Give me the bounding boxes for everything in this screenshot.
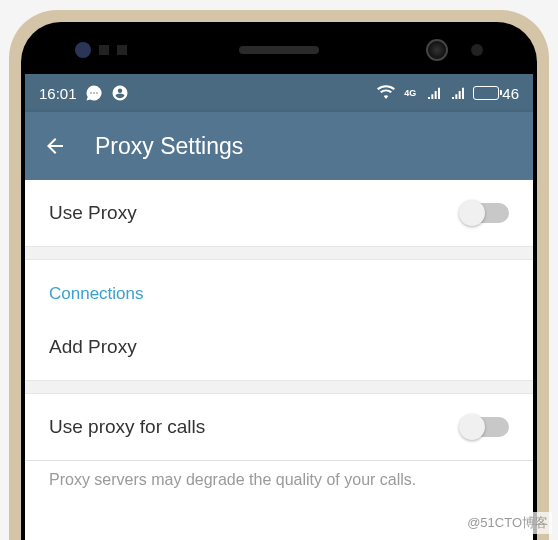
wifi-icon bbox=[377, 84, 395, 102]
signal-bars-icon bbox=[449, 84, 467, 102]
back-button[interactable] bbox=[43, 134, 67, 158]
section-divider bbox=[25, 380, 533, 394]
battery-level: 46 bbox=[502, 85, 519, 102]
speaker-grille bbox=[239, 46, 319, 54]
use-proxy-calls-row[interactable]: Use proxy for calls bbox=[25, 394, 533, 460]
connections-header: Connections bbox=[25, 260, 533, 314]
signal-bars-icon bbox=[425, 84, 443, 102]
add-proxy-label: Add Proxy bbox=[49, 336, 137, 358]
page-title: Proxy Settings bbox=[95, 133, 243, 160]
use-proxy-calls-toggle[interactable] bbox=[461, 417, 509, 437]
use-proxy-row[interactable]: Use Proxy bbox=[25, 180, 533, 246]
phone-frame: 16:01 4G bbox=[9, 10, 549, 540]
screen: 16:01 4G bbox=[25, 74, 533, 540]
settings-content: Use Proxy Connections Add Proxy Use prox… bbox=[25, 180, 533, 513]
sensor-icon bbox=[75, 42, 91, 58]
front-camera-icon bbox=[426, 39, 448, 61]
signal-4g-icon: 4G bbox=[401, 84, 419, 102]
add-proxy-row[interactable]: Add Proxy bbox=[25, 314, 533, 380]
phone-hardware-top bbox=[25, 26, 533, 74]
section-divider bbox=[25, 246, 533, 260]
sensor-icon bbox=[99, 45, 109, 55]
use-proxy-toggle[interactable] bbox=[461, 203, 509, 223]
use-proxy-label: Use Proxy bbox=[49, 202, 137, 224]
phone-bezel: 16:01 4G bbox=[21, 22, 537, 540]
proxy-hint-text: Proxy servers may degrade the quality of… bbox=[25, 461, 533, 513]
watermark: @51CTO博客 bbox=[463, 512, 552, 534]
chat-icon bbox=[85, 84, 103, 102]
status-time: 16:01 bbox=[39, 85, 77, 102]
status-bar: 16:01 4G bbox=[25, 74, 533, 112]
use-proxy-calls-label: Use proxy for calls bbox=[49, 416, 205, 438]
user-icon bbox=[111, 84, 129, 102]
sensor-icon bbox=[117, 45, 127, 55]
led-icon bbox=[471, 44, 483, 56]
battery-indicator: 46 bbox=[473, 85, 519, 102]
app-bar: Proxy Settings bbox=[25, 112, 533, 180]
battery-icon bbox=[473, 86, 499, 100]
